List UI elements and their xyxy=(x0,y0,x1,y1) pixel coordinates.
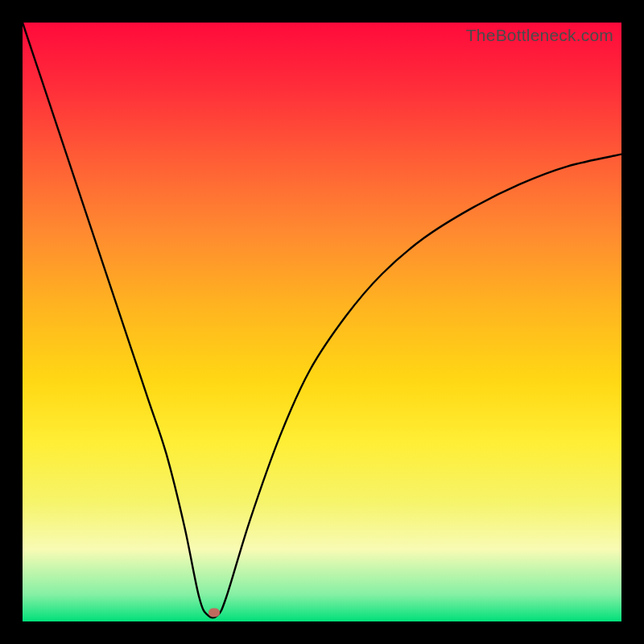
chart-frame: TheBottleneck.com xyxy=(0,0,644,644)
bottleneck-curve xyxy=(23,23,621,621)
plot-area: TheBottleneck.com xyxy=(23,23,621,621)
optimum-marker xyxy=(208,608,220,617)
